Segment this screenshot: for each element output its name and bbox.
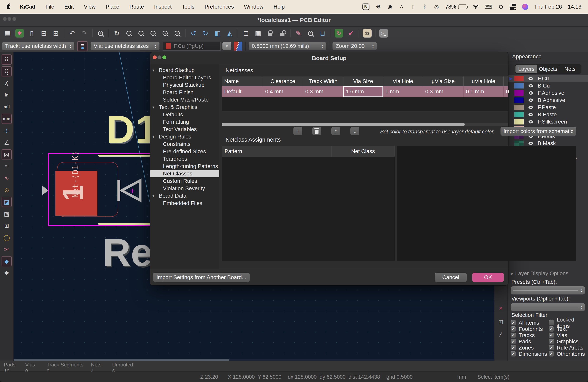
dialog-minimize-button[interactable] — [158, 55, 161, 59]
visibility-eye-icon[interactable] — [528, 77, 534, 81]
battery-icon[interactable]: 78% — [445, 4, 467, 10]
notion-icon[interactable]: N — [362, 3, 369, 10]
tree-item-physical-stackup[interactable]: Physical Stackup — [150, 81, 219, 89]
apple-menu-icon[interactable] — [7, 5, 10, 9]
zoom-out-icon[interactable]: − — [136, 28, 146, 38]
tab-nets[interactable]: Nets — [559, 65, 581, 73]
netclass-column-extra[interactable] — [504, 76, 508, 86]
tree-item-board-data[interactable]: ▾Board Data — [150, 192, 219, 200]
filter-tracks[interactable]: ✓Tracks — [511, 333, 549, 338]
measure-tool-icon[interactable]: ∕ — [496, 330, 505, 339]
search-icon[interactable] — [498, 3, 504, 10]
shazam-icon[interactable]: ◉ — [387, 3, 393, 10]
tree-item-length-tuning-patterns[interactable]: Length-tuning Patterns — [150, 163, 219, 170]
ratsnest-icon[interactable]: ⋈ — [1, 149, 12, 159]
flip-vertical-icon[interactable]: ◭ — [225, 28, 235, 38]
filter-footprints[interactable]: ✓Footprints — [511, 326, 549, 332]
dialog-close-button[interactable] — [153, 55, 157, 59]
ungroup-icon[interactable]: ▣ — [253, 28, 263, 38]
visibility-eye-icon[interactable] — [528, 141, 534, 145]
chatgpt-icon[interactable]: ❋ — [375, 3, 381, 10]
chevron-down-icon[interactable]: ▾ — [152, 105, 154, 109]
control-center-icon[interactable] — [510, 4, 516, 10]
filter-dimensions[interactable]: ✓Dimensions — [511, 351, 549, 357]
tree-item-teardrops[interactable]: Teardrops — [150, 155, 219, 163]
drc-icon[interactable]: ✔ — [346, 28, 356, 38]
zone-display-icon[interactable]: ◪ — [1, 197, 12, 207]
zoom-selection-icon[interactable]: ✛ — [172, 28, 182, 38]
zone-outline-icon[interactable]: ◯ — [1, 233, 12, 243]
grid-dots-icon[interactable]: ⠿ — [1, 54, 12, 64]
checkbox-checked-icon[interactable]: ✓ — [511, 339, 516, 344]
display-icon[interactable]: ▯ — [410, 3, 416, 10]
find-icon[interactable]: A — [95, 28, 105, 38]
checkbox-checked-icon[interactable]: ✓ — [511, 326, 516, 332]
grid-dropdown[interactable]: 0.5000 mm (19.69 mils)▴▾ — [249, 42, 326, 50]
grid-overlay-icon[interactable]: ⊞ — [496, 318, 505, 326]
tree-item-constraints[interactable]: Constraints — [150, 140, 219, 148]
tree-item-board-finish[interactable]: Board Finish — [150, 89, 219, 96]
keyboard-icon[interactable]: ⌨ — [484, 3, 492, 10]
netclass-column-header[interactable]: Net Class — [332, 146, 395, 157]
filter-graphics[interactable]: ✓Graphics — [549, 339, 586, 344]
layer-color-swatch[interactable] — [514, 97, 524, 103]
checkbox-checked-icon[interactable]: ✓ — [511, 351, 516, 357]
plot-icon[interactable]: ⊞ — [51, 28, 61, 38]
tree-item-net-classes[interactable]: Net Classes — [150, 170, 219, 177]
save-icon[interactable]: ▤ — [2, 28, 13, 38]
layer-color-swatch[interactable] — [514, 90, 524, 96]
checkbox-checked-icon[interactable]: ✓ — [549, 345, 554, 350]
cancel-button[interactable]: Cancel — [435, 273, 467, 282]
layer-display-options[interactable]: ▶ Layer Display Options — [511, 270, 568, 276]
menu-window[interactable]: Window — [239, 4, 269, 10]
layer-color-swatch[interactable] — [514, 112, 524, 117]
update-from-schematic-icon[interactable]: ↻ — [334, 28, 344, 38]
tree-item-custom-rules[interactable]: Custom Rules — [150, 177, 219, 185]
tab-objects[interactable]: Objects — [537, 65, 559, 73]
netclass-column-via-hole[interactable]: Via Hole — [383, 76, 423, 86]
rotate-ccw-icon[interactable]: ↺ — [189, 28, 199, 38]
tree-item-embedded-files[interactable]: Embedded Files — [150, 200, 219, 207]
layer-row-f-silkscreen[interactable]: F.Silkscreen — [508, 118, 588, 125]
filter-vias[interactable]: ✓Vias — [549, 333, 586, 338]
inactive-layer-mode-icon[interactable]: ▧ — [1, 209, 12, 219]
tree-item-formatting[interactable]: Formatting — [150, 118, 219, 126]
highlight-tracks-icon[interactable]: ∿ — [1, 173, 12, 183]
tree-item-text-variables[interactable]: Text Variables — [150, 126, 219, 133]
menu-edit[interactable]: Edit — [59, 4, 79, 10]
netclass-column-via-size[interactable]: Via Size — [343, 76, 383, 86]
pattern-column-header[interactable]: Pattern — [222, 146, 332, 157]
netclass-cell[interactable]: 0.3 mm — [303, 86, 343, 97]
menu-inspect[interactable]: Inspect — [149, 4, 177, 10]
layer-row-b-cu[interactable]: B.Cu — [508, 82, 588, 89]
checkbox-checked-icon[interactable]: ✓ — [511, 333, 516, 338]
netclass-cell[interactable]: 0.1 mm — [463, 86, 504, 97]
filter-all-items[interactable]: ✓All items — [511, 320, 549, 325]
menu-route[interactable]: Route — [125, 4, 149, 10]
wifi-icon[interactable] — [473, 3, 479, 10]
tree-item-board-editor-layers[interactable]: Board Editor Layers — [150, 74, 219, 81]
chevron-down-icon[interactable]: ▾ — [152, 134, 154, 139]
netclass-cell[interactable]: 0.4 mm — [263, 86, 303, 97]
menu-help[interactable]: Help — [268, 4, 290, 10]
layer-row-f-adhesive[interactable]: F.Adhesive — [508, 89, 588, 96]
track-posture-icon[interactable]: = — [77, 41, 87, 51]
scripting-console-icon[interactable]: >_ — [378, 28, 389, 38]
layer-pair-icon[interactable] — [234, 42, 242, 51]
footprint-browser-icon[interactable]: ≡ — [305, 28, 315, 38]
visibility-eye-icon[interactable] — [528, 106, 534, 109]
checkbox-checked-icon[interactable]: ✓ — [511, 320, 516, 325]
footprint-array-icon[interactable]: ⊞ — [1, 221, 12, 231]
via-size-dropdown[interactable]: Via: use netclass sizes▴▾ — [91, 42, 159, 50]
board-setup-icon[interactable]: ✱ — [15, 28, 25, 38]
checkbox-checked-icon[interactable]: ✓ — [549, 333, 554, 338]
appearance-3d-icon[interactable]: ◆ — [1, 256, 12, 266]
netclass-column-name[interactable]: Name — [222, 76, 263, 86]
layer-row-b-paste[interactable]: B.Paste — [508, 111, 588, 118]
units-mm-icon[interactable]: mm — [1, 114, 12, 124]
visibility-eye-icon[interactable] — [528, 120, 534, 124]
layer-row-f-cu[interactable]: ▶F.Cu — [508, 75, 588, 82]
airdrop-icon[interactable]: ◎ — [434, 3, 440, 10]
visibility-eye-icon[interactable] — [528, 84, 534, 88]
track-width-dropdown[interactable]: Track: use netclass width▴▾ — [2, 42, 74, 50]
